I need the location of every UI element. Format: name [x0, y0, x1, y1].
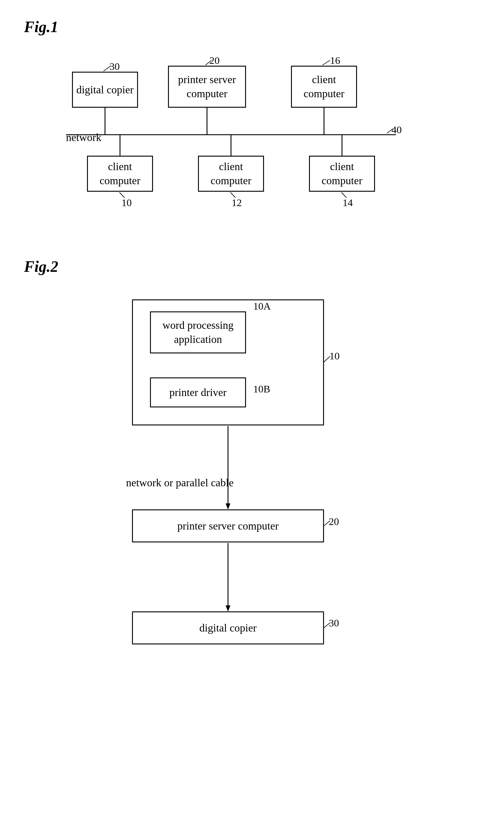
fig2-section: Fig.2	[24, 258, 480, 707]
ref-12: 12	[232, 197, 242, 208]
fig1-client-bottom-2-box: client computer	[198, 156, 264, 192]
fig1-client-bottom-3-box: client computer	[309, 156, 375, 192]
ref-40: 40	[392, 124, 402, 136]
ref2-20: 20	[329, 516, 339, 527]
svg-marker-18	[226, 503, 231, 509]
fig2-network-label: network or parallel cable	[126, 476, 234, 489]
ref-10: 10	[122, 197, 132, 208]
fig1-section: Fig.1	[24, 18, 480, 222]
ref-20: 20	[210, 55, 220, 66]
page: Fig.1	[0, 0, 504, 834]
fig1-digital-copier-box: digital copier	[72, 72, 138, 108]
fig1-client-top-box: client computer	[291, 66, 357, 108]
ref2-10: 10	[329, 350, 339, 362]
ref2-10b: 10B	[253, 383, 270, 395]
svg-line-9	[323, 60, 330, 65]
fig2-diagram: word processing application printer driv…	[102, 287, 402, 707]
ref-30: 30	[110, 61, 120, 72]
fig2-digital-copier-box: digital copier	[132, 611, 324, 644]
svg-line-23	[323, 356, 330, 363]
fig2-label: Fig.2	[24, 258, 480, 276]
svg-marker-20	[226, 606, 231, 611]
fig2-printer-driver-box: printer driver	[150, 377, 246, 408]
ref-14: 14	[343, 197, 353, 208]
fig2-printer-server-box: printer server computer	[132, 509, 324, 542]
ref-16: 16	[330, 55, 340, 66]
fig1-network-label: network	[66, 131, 102, 144]
fig2-word-proc-box: word processing application	[150, 311, 246, 353]
fig1-diagram: digital copier printer server computer c…	[42, 48, 462, 222]
ref2-30: 30	[329, 617, 339, 629]
fig1-label: Fig.1	[24, 18, 480, 36]
ref2-10a: 10A	[253, 301, 271, 312]
fig1-printer-server-box: printer server computer	[168, 66, 246, 108]
fig1-client-bottom-1-box: client computer	[87, 156, 153, 192]
